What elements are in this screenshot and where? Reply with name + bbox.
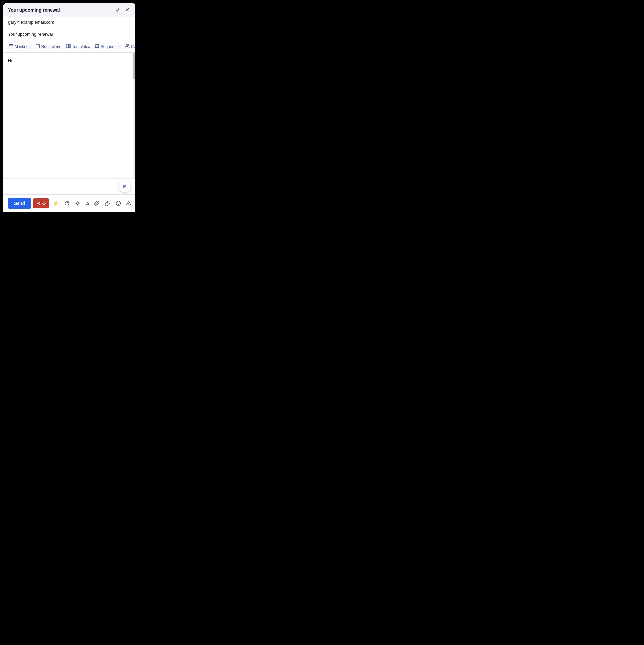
templates-button[interactable]: Templates: [64, 42, 92, 50]
link-icon: [105, 201, 110, 206]
send-icon: [36, 201, 41, 206]
image-button[interactable]: [135, 199, 135, 207]
collaborators-button[interactable]: Collaborators: [123, 42, 135, 50]
lightning-button[interactable]: ⚡: [51, 199, 61, 208]
attachment-icon: [95, 201, 100, 206]
svg-rect-3: [69, 44, 71, 45]
sequences-icon: [95, 44, 100, 49]
svg-rect-4: [69, 46, 71, 47]
to-value: gary@examplemail.com: [8, 20, 54, 25]
compose-toolbar: Meetings Remind me Templates: [3, 40, 135, 53]
compose-window: Your upcoming renewal − ⤢ ✕ gary@example…: [3, 3, 135, 212]
header-actions: − ⤢ ✕: [106, 7, 131, 13]
expand-button[interactable]: ⤢: [114, 7, 121, 13]
templates-label: Templates: [72, 44, 90, 49]
meetings-icon: [9, 44, 13, 49]
svg-point-12: [117, 203, 118, 203]
svg-point-5: [95, 44, 99, 45]
signature-area: -- M: [3, 178, 135, 194]
attachment-button[interactable]: [93, 199, 102, 207]
sequences-label: Sequences: [101, 44, 121, 49]
collaborators-icon: [125, 44, 130, 49]
svg-point-7: [126, 44, 128, 45]
svg-point-6: [95, 46, 99, 47]
svg-point-10: [76, 202, 79, 205]
subject-field[interactable]: Your upcoming renewal: [3, 28, 135, 40]
refresh-button[interactable]: [63, 199, 71, 207]
emoji-icon: [116, 201, 121, 206]
mixmax-label: M: [123, 184, 127, 189]
sequences-button[interactable]: Sequences: [93, 42, 123, 50]
collaborators-label: Collaborators: [131, 44, 135, 49]
clock-icon: [42, 202, 45, 205]
remind-me-button[interactable]: Remind me: [33, 42, 63, 50]
compose-body: Hi: [3, 53, 135, 178]
link-button[interactable]: [103, 199, 112, 207]
text-format-button[interactable]: A: [84, 199, 91, 208]
meetings-button[interactable]: Meetings: [7, 42, 33, 50]
svg-point-8: [128, 44, 129, 46]
compose-title: Your upcoming renewal: [8, 7, 60, 13]
to-field[interactable]: gary@examplemail.com: [3, 16, 135, 28]
mixmax-button[interactable]: M: [119, 181, 131, 192]
send-later-button[interactable]: [33, 198, 49, 208]
compose-footer: Send ⚡ A: [3, 194, 135, 212]
body-textarea[interactable]: Hi: [3, 53, 135, 178]
meetings-label: Meetings: [15, 44, 31, 49]
svg-rect-2: [66, 44, 69, 48]
scrollbar-thumb: [133, 53, 135, 79]
warning-button[interactable]: [125, 199, 133, 207]
close-button[interactable]: ✕: [124, 7, 131, 13]
lightning-icon: ⚡: [52, 200, 59, 207]
sparkle-icon: [75, 201, 80, 206]
compose-header: Your upcoming renewal − ⤢ ✕: [3, 3, 135, 16]
svg-point-13: [119, 203, 120, 203]
minimize-button[interactable]: −: [106, 7, 112, 13]
warning-icon: [126, 201, 132, 206]
text-format-icon: A: [86, 201, 89, 206]
signature-text: --: [8, 184, 11, 189]
sparkle-button[interactable]: [73, 199, 82, 207]
svg-point-11: [116, 201, 121, 206]
remind-me-icon: [35, 44, 40, 49]
svg-rect-0: [9, 44, 13, 48]
templates-icon: [66, 44, 71, 49]
emoji-button[interactable]: [114, 199, 123, 207]
refresh-icon: [64, 201, 70, 206]
send-button[interactable]: Send: [8, 198, 31, 209]
subject-value: Your upcoming renewal: [8, 32, 52, 37]
remind-me-label: Remind me: [41, 44, 61, 49]
scrollbar-track: [133, 53, 135, 178]
